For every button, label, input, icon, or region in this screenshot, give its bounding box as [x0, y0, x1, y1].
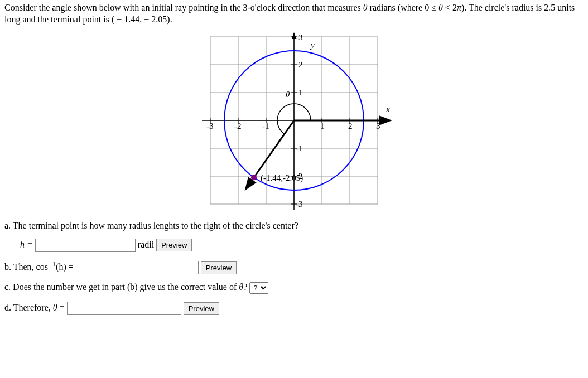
diagram-svg: -3 -2 -1 1 2 3 3 2 1 -1 -2 -3 y x θ (-1.… — [191, 31, 397, 210]
circle-diagram: -3 -2 -1 1 2 3 3 2 1 -1 -2 -3 y x θ (-1.… — [191, 31, 397, 210]
problem-text-2: radians (where 0 ≤ — [368, 3, 438, 12]
y-axis-label: y — [310, 41, 315, 50]
part-d-text-2: = — [57, 303, 67, 312]
svg-text:3: 3 — [298, 33, 303, 42]
problem-text-1: Consider the angle shown below with an i… — [4, 3, 363, 12]
part-d: d. Therefore, θ = Preview — [4, 302, 584, 315]
part-c: c. Does the number we get in part (b) gi… — [4, 282, 584, 294]
inverse-superscript: −1 — [48, 260, 56, 268]
part-b-text-2: (h) = — [56, 262, 76, 272]
part-b: b. Then, cos−1(h) = Preview — [4, 260, 584, 275]
svg-text:1: 1 — [320, 122, 325, 130]
terminal-point-label: (-1.44,-2.05) — [261, 173, 303, 183]
chart-container: -3 -2 -1 1 2 3 3 2 1 -1 -2 -3 y x θ (-1.… — [4, 31, 584, 210]
svg-text:-3: -3 — [296, 200, 303, 209]
svg-text:-1: -1 — [262, 122, 269, 130]
part-b-text-1: b. Then, cos — [4, 262, 48, 272]
svg-text:3: 3 — [376, 122, 380, 130]
svg-point-31 — [251, 175, 257, 180]
theta-c: θ — [239, 282, 243, 292]
pi-var: π — [457, 3, 461, 12]
radii-label: radii — [138, 239, 154, 249]
svg-text:2: 2 — [298, 60, 303, 69]
part-d-text-1: d. Therefore, — [4, 303, 53, 312]
h-input[interactable] — [35, 239, 136, 252]
part-a: a. The terminal point is how many radius… — [4, 221, 584, 252]
part-c-text-2: ? — [243, 282, 247, 292]
problem-statement: Consider the angle shown below with an i… — [4, 2, 584, 26]
preview-button-b[interactable]: Preview — [201, 261, 237, 274]
svg-text:-3: -3 — [206, 122, 214, 130]
svg-text:1: 1 — [298, 88, 303, 97]
part-c-select[interactable]: ? — [249, 282, 268, 294]
arccos-input[interactable] — [76, 261, 199, 274]
part-c-text: c. Does the number we get in part (b) gi… — [4, 282, 239, 292]
x-axis-label: x — [385, 105, 390, 114]
preview-button-d[interactable]: Preview — [184, 302, 219, 315]
problem-text-3: < 2 — [443, 3, 457, 12]
part-a-text: a. The terminal point is how many radius… — [4, 221, 298, 230]
preview-button-a[interactable]: Preview — [156, 239, 192, 251]
svg-text:2: 2 — [348, 122, 353, 130]
svg-text:-2: -2 — [234, 122, 242, 130]
theta-input[interactable] — [67, 302, 181, 315]
h-label: h = — [20, 239, 33, 249]
theta-var-2: θ — [438, 3, 443, 12]
theta-var: θ — [363, 3, 368, 12]
svg-text:-1: -1 — [296, 144, 303, 153]
theta-label: θ — [286, 90, 290, 99]
theta-d: θ — [53, 303, 57, 312]
